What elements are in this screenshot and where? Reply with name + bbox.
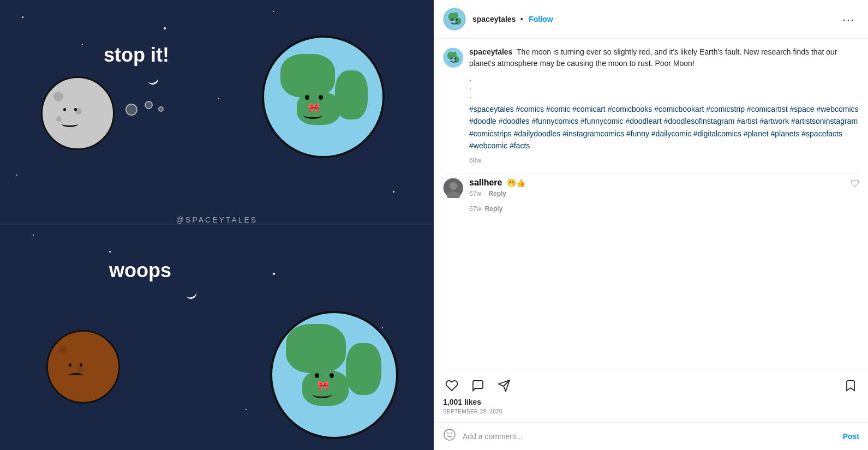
post-detail-panel: spaceytales • Follow ···	[434, 0, 868, 450]
comic-container: stop it! 🎀	[0, 0, 434, 450]
add-comment-bar: Post	[434, 422, 868, 450]
reply-button[interactable]: Reply	[488, 190, 506, 197]
comment-button[interactable]	[469, 377, 487, 394]
comment-row: sallhere 🫢👍 67w Reply	[443, 173, 859, 202]
bubble	[125, 104, 137, 116]
svg-point-14	[450, 182, 457, 190]
save-button[interactable]	[842, 377, 859, 394]
decorative-curve	[146, 72, 160, 86]
caption-username: spaceytales	[469, 47, 512, 56]
earth-bottom: 🎀	[270, 311, 398, 439]
star	[109, 251, 111, 253]
star	[273, 11, 274, 12]
comment-time: 67w	[469, 190, 481, 197]
share-button[interactable]	[495, 377, 513, 394]
svg-point-18	[444, 429, 455, 440]
comic-bottom-text: woops	[109, 259, 171, 282]
star	[393, 191, 394, 193]
moon-gray	[41, 76, 115, 150]
caption-body: The moon is turning ever so slightly red…	[469, 47, 837, 68]
follow-button[interactable]: Follow	[529, 15, 553, 23]
star	[164, 27, 166, 29]
caption-timestamp: 68w	[469, 157, 859, 164]
avatar	[443, 8, 466, 31]
header-username: spaceytales	[472, 15, 516, 23]
header-info: spaceytales • Follow	[472, 14, 838, 24]
comic-top-text: stop it!	[104, 44, 169, 67]
star	[218, 98, 219, 99]
moon-rust	[46, 330, 120, 404]
post-header: spaceytales • Follow ···	[434, 0, 868, 39]
like-button[interactable]	[443, 377, 460, 394]
star	[82, 44, 83, 45]
action-icons	[443, 375, 859, 397]
svg-point-10	[452, 52, 457, 57]
comment-time-reply: 67w Reply	[469, 190, 844, 197]
decorative-curve-2	[184, 286, 198, 301]
star	[16, 175, 17, 176]
comment-heart-icon[interactable]	[851, 179, 859, 190]
caption-dots: . . .	[469, 74, 859, 100]
svg-point-11	[451, 58, 453, 59]
watermark: @SPACEYTALES	[176, 215, 258, 224]
svg-point-7	[444, 48, 463, 68]
caption-content: spaceytales The moon is turning ever so …	[469, 46, 859, 164]
star	[33, 235, 34, 236]
post-date: SEPTEMBER 29, 2020	[443, 409, 859, 419]
more-options-button[interactable]: ···	[838, 11, 859, 28]
post-comment-button[interactable]: Post	[843, 432, 859, 441]
emoji-button[interactable]	[443, 428, 456, 445]
comment-avatar	[443, 178, 463, 197]
action-bar: 1,001 likes SEPTEMBER 29, 2020	[434, 370, 868, 422]
bubble	[145, 101, 153, 109]
svg-point-6	[456, 19, 458, 21]
bubble	[158, 106, 164, 112]
svg-point-12	[455, 58, 457, 59]
earth-top: 🎀	[262, 35, 385, 158]
svg-point-3	[453, 13, 458, 19]
star	[273, 273, 275, 275]
hashtags: #spaceytales #comics #comic #comicart #c…	[469, 103, 859, 152]
caption-text: spaceytales The moon is turning ever so …	[469, 46, 859, 69]
more-comments-hint: 67w Reply	[443, 202, 859, 213]
comment-emoji: 🫢👍	[507, 178, 525, 187]
comment-content: sallhere 🫢👍 67w Reply	[469, 178, 844, 197]
comment-input[interactable]	[463, 432, 836, 441]
caption-avatar	[443, 47, 463, 67]
likes-count: 1,001 likes	[443, 397, 859, 409]
dot-separator: •	[520, 15, 523, 23]
comment-username: sallhere	[469, 178, 502, 187]
comic-image-panel: stop it! 🎀	[0, 0, 434, 450]
star	[382, 327, 383, 328]
caption-row: spaceytales The moon is turning ever so …	[443, 46, 859, 164]
star	[22, 16, 23, 18]
reply-link[interactable]: Reply	[485, 205, 503, 213]
caption-area: spaceytales The moon is turning ever so …	[434, 39, 868, 370]
svg-point-5	[451, 19, 453, 21]
star	[246, 409, 247, 410]
